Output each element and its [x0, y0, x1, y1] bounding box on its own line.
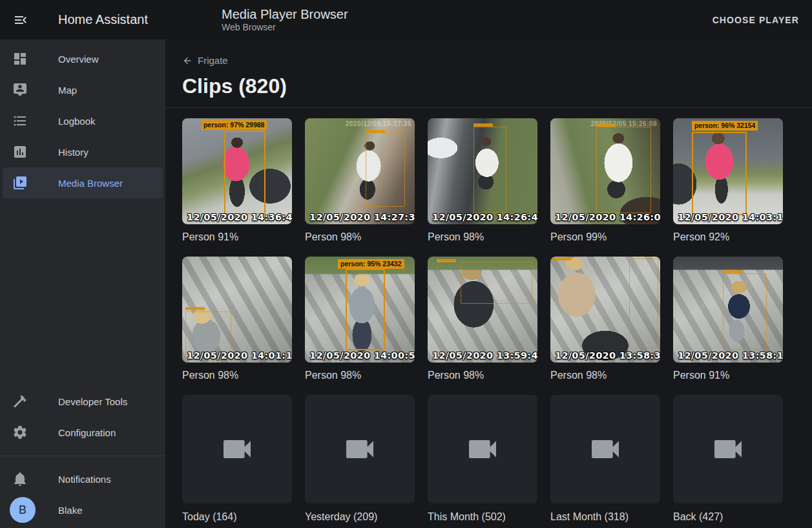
bell-icon	[12, 471, 28, 487]
hammer-icon	[12, 394, 28, 409]
clip-card[interactable]: 2020/12/05 15:27:35 12/05/2020 14:27:35 …	[305, 118, 415, 243]
app-title: Home Assistant	[58, 12, 148, 27]
clip-timestamp-overlay: 12/05/2020 14:01:14	[187, 350, 292, 361]
view-dashboard-icon	[12, 51, 28, 67]
detection-bounding-box	[692, 132, 747, 216]
clip-thumbnail: 12/05/2020 13:58:17	[673, 257, 783, 363]
folder-tile	[182, 395, 292, 503]
folder-card-yesterday-209-[interactable]: Yesterday (209)	[305, 395, 415, 523]
sidebar-item-media-browser[interactable]: Media Browser	[3, 167, 163, 198]
clip-caption: Person 98%	[550, 370, 660, 381]
format-list-icon	[12, 113, 28, 129]
clip-card[interactable]: person: 97% 29988 12/05/2020 14:36:47 Pe…	[182, 118, 292, 243]
sidebar-toggle-button[interactable]	[13, 12, 28, 28]
detection-mini-label	[596, 123, 616, 127]
detection-label: person: 97% 29988	[201, 120, 267, 130]
sidebar-main-list: Overview Map Logbook History Media Brows…	[0, 43, 165, 198]
sidebar-secondary-list: Developer Tools Configuration	[0, 386, 165, 448]
detection-bounding-box	[474, 127, 506, 213]
clip-thumbnail: person: 95% 23432 12/05/2020 14:00:52	[305, 257, 415, 363]
choose-player-button[interactable]: CHOOSE PLAYER	[706, 10, 806, 30]
folder-tile	[305, 395, 415, 503]
clip-timestamp-overlay: 12/05/2020 14:26:07	[555, 212, 660, 222]
clip-thumbnail: person: 97% 29988 12/05/2020 14:36:47	[182, 118, 292, 224]
sidebar-item-label: History	[58, 147, 88, 158]
clip-card[interactable]: 12/05/2020 14:26:48 Person 98%	[428, 118, 537, 243]
folder-card-last-month-318-[interactable]: Last Month (318)	[550, 395, 660, 523]
sidebar-item-label: Map	[58, 85, 77, 96]
clip-caption: Person 91%	[182, 231, 292, 243]
view-dashboard-icon	[12, 51, 28, 67]
clip-card[interactable]: person: 95% 23432 12/05/2020 14:00:52 Pe…	[305, 257, 415, 381]
detection-label: person: 96% 32154	[692, 121, 758, 131]
detection-bounding-box	[461, 262, 532, 304]
sidebar-item-label: Overview	[58, 54, 99, 65]
detection-mini-label	[552, 257, 572, 260]
detection-bounding-box	[723, 273, 767, 350]
content-header: Frigate Clips (820)	[165, 39, 812, 108]
clip-card[interactable]: 12/05/2020 13:58:30 Person 98%	[550, 257, 660, 381]
detection-bounding-box	[629, 259, 658, 348]
folder-label: Back (427)	[673, 511, 783, 523]
play-box-multiple-icon	[12, 175, 28, 191]
sidebar-item-logbook[interactable]: Logbook	[3, 105, 163, 136]
clip-card[interactable]: 2020/12/05 15:26:08 12/05/2020 14:26:07 …	[550, 118, 660, 243]
video-icon	[342, 431, 378, 467]
media-grid-scroll-area[interactable]: person: 97% 29988 12/05/2020 14:36:47 Pe…	[165, 108, 812, 528]
panel-title: Media Player Browser	[222, 6, 706, 22]
video-icon	[219, 431, 255, 467]
sidebar-item-label: Media Browser	[58, 178, 123, 189]
clip-thumbnail: 12/05/2020 14:01:14	[182, 257, 292, 363]
clip-thumbnail: 12/05/2020 13:58:30	[550, 257, 660, 363]
clip-caption: Person 98%	[305, 231, 415, 243]
clip-caption: Person 98%	[182, 370, 292, 381]
clip-card[interactable]: 12/05/2020 13:58:17 Person 91%	[673, 257, 783, 381]
chart-box-icon	[12, 144, 28, 160]
clip-card[interactable]: person: 96% 32154 12/05/2020 14:03:17 Pe…	[673, 118, 783, 243]
detection-bounding-box	[346, 269, 385, 350]
sidebar-item-label: Developer Tools	[58, 396, 127, 407]
detection-mini-label	[185, 307, 205, 310]
media-browser-content: Frigate Clips (820) person: 97% 29988 12…	[165, 39, 812, 528]
folder-tile	[550, 395, 660, 503]
breadcrumb-label: Frigate	[198, 55, 228, 66]
format-list-icon	[12, 113, 28, 129]
top-app-bar: Home Assistant Media Player Browser Web …	[0, 0, 812, 39]
breadcrumb-back-frigate[interactable]: Frigate	[182, 54, 231, 67]
clip-caption: Person 92%	[673, 231, 783, 243]
sidebar-item-profile[interactable]: B Blake	[3, 494, 163, 525]
folder-label: Yesterday (209)	[305, 511, 415, 523]
video-icon	[587, 431, 623, 467]
detection-bounding-box	[224, 131, 266, 215]
folder-tile	[673, 395, 783, 503]
clip-card[interactable]: 12/05/2020 13:59:49 Person 98%	[428, 257, 537, 381]
sidebar-item-label: Notifications	[58, 474, 111, 485]
menu-open-icon	[13, 12, 28, 28]
clip-thumbnail: 2020/12/05 15:27:35 12/05/2020 14:27:35	[305, 118, 415, 224]
arrow-left-icon	[182, 56, 193, 66]
clip-caption: Person 91%	[673, 370, 783, 381]
sidebar-item-configuration[interactable]: Configuration	[3, 417, 163, 448]
folder-tile	[428, 395, 537, 503]
cog-icon	[12, 425, 28, 440]
play-box-multiple-icon	[12, 175, 28, 191]
topbar-left: Home Assistant	[0, 12, 165, 28]
folder-label: Last Month (318)	[550, 511, 660, 523]
sidebar-item-notifications[interactable]: Notifications	[3, 463, 163, 494]
folder-card-this-month-502-[interactable]: This Month (502)	[428, 395, 537, 523]
clip-card[interactable]: 12/05/2020 14:01:14 Person 98%	[182, 257, 292, 381]
clip-timestamp-overlay: 12/05/2020 14:26:48	[432, 212, 537, 222]
clip-timestamp-overlay: 12/05/2020 13:58:30	[555, 350, 660, 361]
sidebar-item-developer-tools[interactable]: Developer Tools	[3, 386, 163, 417]
clip-timestamp-overlay: 12/05/2020 14:27:35	[309, 212, 415, 222]
folder-card-today-164-[interactable]: Today (164)	[182, 395, 292, 523]
sidebar-item-history[interactable]: History	[3, 136, 163, 167]
folder-card-back-427-[interactable]: Back (427)	[673, 395, 783, 523]
sidebar-item-overview[interactable]: Overview	[3, 43, 163, 74]
sidebar-item-map[interactable]: Map	[3, 74, 163, 105]
chart-box-icon	[12, 144, 28, 160]
page-title: Clips (820)	[182, 74, 812, 98]
sidebar-spacer	[0, 198, 165, 386]
clip-caption: Person 99%	[550, 231, 660, 243]
clip-caption: Person 98%	[428, 370, 537, 381]
